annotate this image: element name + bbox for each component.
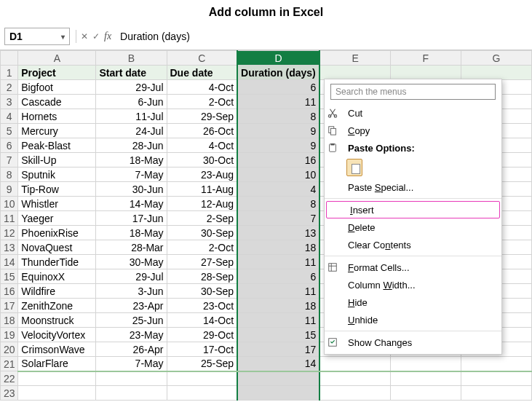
- row-header[interactable]: 4: [1, 109, 18, 124]
- cell[interactable]: SolarFlare: [18, 357, 96, 371]
- cell[interactable]: 18: [237, 240, 319, 255]
- cell[interactable]: 23-Aug: [167, 168, 237, 182]
- cell[interactable]: 9: [237, 124, 319, 138]
- cell[interactable]: 23-May: [96, 328, 167, 342]
- cell[interactable]: 29-Jul: [96, 80, 167, 95]
- cell[interactable]: 30-Oct: [167, 153, 237, 168]
- cell[interactable]: [18, 386, 96, 401]
- cell[interactable]: 13: [237, 226, 319, 240]
- row-header[interactable]: 6: [1, 138, 18, 153]
- cell[interactable]: 4-Oct: [167, 80, 237, 95]
- cell[interactable]: 27-Sep: [167, 255, 237, 269]
- cell[interactable]: 11: [237, 284, 319, 299]
- cancel-icon[interactable]: ✕: [81, 31, 88, 42]
- cell[interactable]: 23-Apr: [96, 299, 167, 313]
- cell[interactable]: 2-Sep: [167, 211, 237, 226]
- cell[interactable]: [461, 371, 531, 386]
- cell[interactable]: 4: [237, 182, 319, 197]
- column-header-G[interactable]: G: [461, 51, 531, 66]
- cell[interactable]: [237, 371, 319, 386]
- cell[interactable]: Due date: [167, 66, 237, 80]
- column-header-A[interactable]: A: [18, 51, 96, 66]
- row-header[interactable]: 1: [1, 66, 18, 80]
- menu-column-width[interactable]: Column Width...: [325, 276, 501, 293]
- cell[interactable]: [461, 357, 531, 371]
- fx-icon[interactable]: fx: [104, 31, 111, 42]
- cell[interactable]: Tip-Row: [18, 182, 96, 197]
- cell[interactable]: 24-Jul: [96, 124, 167, 138]
- cell[interactable]: 11: [237, 255, 319, 269]
- cell[interactable]: Cascade: [18, 95, 96, 109]
- menu-paste-default[interactable]: [325, 157, 501, 178]
- cell[interactable]: [461, 386, 531, 401]
- row-header[interactable]: 5: [1, 124, 18, 138]
- cell[interactable]: 7: [237, 211, 319, 226]
- cell[interactable]: [390, 386, 461, 401]
- row-header[interactable]: 18: [1, 313, 18, 328]
- cell[interactable]: 10: [237, 168, 319, 182]
- cell[interactable]: 18: [237, 299, 319, 313]
- row-header[interactable]: 19: [1, 328, 18, 342]
- cell[interactable]: Bigfoot: [18, 80, 96, 95]
- menu-hide[interactable]: Hide: [325, 293, 501, 311]
- cell[interactable]: 26-Apr: [96, 342, 167, 357]
- name-box-dropdown-icon[interactable]: ▾: [61, 33, 65, 41]
- cell[interactable]: 6-Jun: [96, 95, 167, 109]
- cell[interactable]: 12-Aug: [167, 197, 237, 211]
- cell[interactable]: ZenithZone: [18, 299, 96, 313]
- cell[interactable]: Start date: [96, 66, 167, 80]
- cell[interactable]: Sputnik: [18, 168, 96, 182]
- cell[interactable]: 16: [237, 153, 319, 168]
- cell[interactable]: 6: [237, 269, 319, 284]
- row-header[interactable]: 14: [1, 255, 18, 269]
- row-header[interactable]: 16: [1, 284, 18, 299]
- cell[interactable]: [319, 66, 390, 80]
- cell[interactable]: 28-Jun: [96, 138, 167, 153]
- cell[interactable]: CrimsonWave: [18, 342, 96, 357]
- cell[interactable]: [167, 371, 237, 386]
- cell[interactable]: 11-Aug: [167, 182, 237, 197]
- column-header-D[interactable]: D: [237, 51, 319, 66]
- cell[interactable]: Duration (days): [237, 66, 319, 80]
- cell[interactable]: 18-May: [96, 153, 167, 168]
- cell[interactable]: 28-Mar: [96, 240, 167, 255]
- menu-show-changes[interactable]: Show Changes: [325, 334, 501, 351]
- row-header[interactable]: 11: [1, 211, 18, 226]
- menu-paste-special[interactable]: Paste Special...: [325, 178, 501, 196]
- cell[interactable]: 17-Oct: [167, 342, 237, 357]
- accept-icon[interactable]: ✓: [92, 31, 100, 42]
- column-header-C[interactable]: C: [167, 51, 237, 66]
- row-header[interactable]: 8: [1, 168, 18, 182]
- cell[interactable]: VelocityVortex: [18, 328, 96, 342]
- cell[interactable]: Whistler: [18, 197, 96, 211]
- menu-format-cells[interactable]: Format Cells...: [325, 259, 501, 276]
- menu-insert[interactable]: Insert: [326, 201, 500, 218]
- cell[interactable]: 17: [237, 342, 319, 357]
- cell[interactable]: [390, 371, 461, 386]
- cell[interactable]: [319, 371, 390, 386]
- row-header[interactable]: 9: [1, 182, 18, 197]
- cell[interactable]: 25-Jun: [96, 313, 167, 328]
- cell[interactable]: 28-Sep: [167, 269, 237, 284]
- cell[interactable]: [390, 357, 461, 371]
- menu-delete[interactable]: Delete: [325, 218, 501, 236]
- cell[interactable]: Mercury: [18, 124, 96, 138]
- cell[interactable]: [96, 386, 167, 401]
- menu-clear-contents[interactable]: Clear Contents: [325, 236, 501, 253]
- cell[interactable]: [167, 386, 237, 401]
- cell[interactable]: 15: [237, 328, 319, 342]
- row-header[interactable]: 15: [1, 269, 18, 284]
- cell[interactable]: 2-Oct: [167, 240, 237, 255]
- cell[interactable]: 2-Oct: [167, 95, 237, 109]
- cell[interactable]: ThunderTide: [18, 255, 96, 269]
- row-header[interactable]: 2: [1, 80, 18, 95]
- row-header[interactable]: 12: [1, 226, 18, 240]
- cell[interactable]: Yaeger: [18, 211, 96, 226]
- cell[interactable]: Moonstruck: [18, 313, 96, 328]
- cell[interactable]: 14-May: [96, 197, 167, 211]
- cell[interactable]: Skill-Up: [18, 153, 96, 168]
- row-header[interactable]: 3: [1, 95, 18, 109]
- column-header-E[interactable]: E: [319, 51, 390, 66]
- cell[interactable]: 11-Jul: [96, 109, 167, 124]
- row-header[interactable]: 21: [1, 357, 18, 371]
